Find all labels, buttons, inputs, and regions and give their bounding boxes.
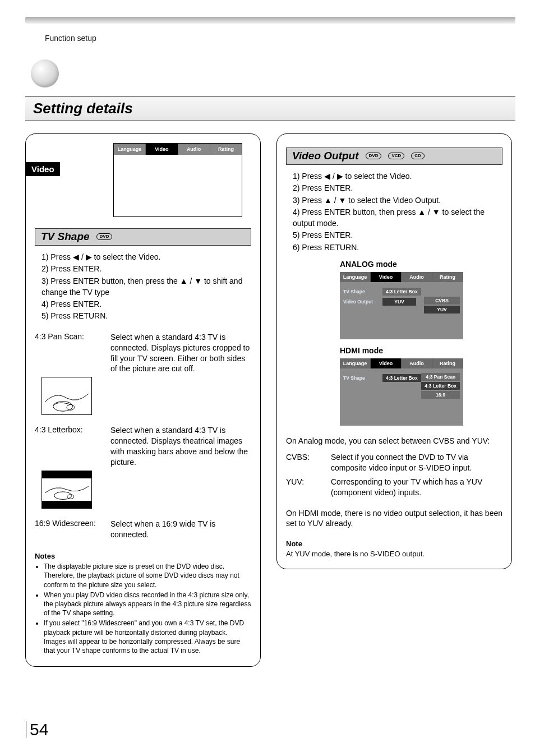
step: 2) Press ENTER.	[293, 182, 502, 193]
svg-point-2	[54, 492, 72, 500]
osd-tab: Video	[371, 272, 402, 282]
menu-value: 4:3 Letter Box	[382, 288, 421, 296]
option-row: 4:3 Letterbox: Select when a standard 4:…	[35, 425, 251, 468]
menu-value: YUV	[382, 298, 416, 306]
menu-value: 4:3 Letter Box	[382, 374, 421, 382]
note-item: The displayable picture size is preset o…	[44, 562, 251, 589]
menu-label: TV Shape	[343, 375, 379, 381]
hdmi-body-text: On HDMI mode, there is no video output s…	[286, 508, 502, 529]
step: 4) Press ENTER button, then press ▲ / ▼ …	[293, 206, 502, 229]
def-value: Corresponding to your TV which has a YUV…	[331, 477, 502, 498]
note-item: When you play DVD video discs recorded i…	[44, 591, 251, 618]
osd-tab: Video	[371, 358, 402, 368]
cd-tag: CD	[411, 153, 425, 159]
analog-osd-menu: Language Video Audio Rating TV Shape 4:3…	[340, 272, 463, 339]
def-key: CVBS:	[286, 452, 331, 473]
section-heading: Video Output	[292, 150, 359, 162]
notes-block: Notes The displayable picture size is pr…	[35, 551, 251, 655]
output-definitions: CVBS:Select if you connect the DVD to TV…	[286, 452, 502, 498]
dropdown-item: YUV	[424, 306, 460, 314]
menu-label: TV Shape	[343, 289, 379, 294]
page-title: Setting details	[33, 100, 508, 117]
osd-tab: Language	[114, 144, 146, 155]
dvd-tag: DVD	[96, 233, 113, 240]
osd-tab: Rating	[432, 272, 463, 282]
dropdown-item: 4:3 Pan Scan	[421, 373, 460, 381]
title-bar: Setting details	[25, 96, 515, 121]
analog-mode-label: ANALOG mode	[340, 260, 502, 269]
section-heading: TV Shape	[41, 231, 90, 243]
option-desc: Select when a standard 4:3 TV is connect…	[110, 332, 251, 375]
video-output-header: Video Output DVD VCD CD	[286, 147, 502, 165]
step: 1) Press ◀ / ▶ to select the Video.	[41, 251, 251, 262]
hdmi-mode-label: HDMI mode	[340, 346, 502, 355]
tv-shape-steps: 1) Press ◀ / ▶ to select the Video. 2) P…	[41, 251, 251, 322]
step: 2) Press ENTER.	[41, 263, 251, 274]
osd-tab: Rating	[432, 358, 463, 368]
osd-preview-empty: Language Video Audio Rating	[113, 143, 242, 217]
option-desc: Select when a standard 4:3 TV is connect…	[110, 425, 251, 468]
osd-tab: Language	[340, 358, 371, 368]
tv-shape-header: TV Shape DVD	[35, 228, 251, 246]
option-label: 16:9 Widescreen:	[35, 519, 105, 540]
note-item: If you select "16:9 Widescreen" and you …	[44, 619, 251, 655]
analog-body-text: On Analog mode, you can select between C…	[286, 436, 502, 446]
step: 4) Press ENTER.	[41, 298, 251, 310]
def-key: YUV:	[286, 477, 331, 498]
right-panel: Video Output DVD VCD CD 1) Press ◀ / ▶ t…	[276, 133, 512, 569]
note-body: At YUV mode, there is no S-VIDEO output.	[286, 550, 425, 558]
option-row: 4:3 Pan Scan: Select when a standard 4:3…	[35, 332, 251, 375]
step: 5) Press ENTER.	[293, 229, 502, 241]
note-heading: Note	[286, 539, 502, 549]
option-desc: Select when a 16:9 wide TV is connected.	[110, 519, 251, 540]
dropdown-item: CVBS	[424, 297, 460, 305]
osd-tab: Audio	[402, 358, 432, 368]
tv-letterbox-illustration	[41, 471, 92, 509]
notes-heading: Notes	[35, 551, 251, 561]
step: 6) Press RETURN.	[293, 242, 502, 253]
note-block: Note At YUV mode, there is no S-VIDEO ou…	[286, 539, 502, 559]
option-label: 4:3 Pan Scan:	[35, 332, 105, 375]
step: 5) Press RETURN.	[41, 310, 251, 321]
osd-tab: Language	[340, 272, 371, 282]
dropdown-item: 4:3 Letter Box	[421, 382, 460, 390]
video-tab-label: Video	[26, 162, 60, 176]
svg-point-3	[67, 495, 74, 499]
tv-panscan-illustration	[41, 377, 92, 415]
def-value: Select if you connect the DVD to TV via …	[331, 452, 502, 473]
bullet-icon	[31, 59, 59, 87]
dvd-tag: DVD	[366, 153, 382, 159]
hdmi-osd-menu: Language Video Audio Rating TV Shape 4:3…	[340, 358, 463, 426]
option-label: 4:3 Letterbox:	[35, 425, 105, 468]
vcd-tag: VCD	[388, 153, 404, 159]
osd-tab: Audio	[402, 272, 432, 282]
option-row: 16:9 Widescreen: Select when a 16:9 wide…	[35, 519, 251, 540]
breadcrumb: Function setup	[45, 34, 515, 43]
step: 3) Press ENTER button, then press the ▲ …	[41, 275, 251, 298]
page-number: 54	[26, 721, 48, 738]
osd-tab: Rating	[210, 144, 242, 155]
osd-tab: Audio	[178, 144, 210, 155]
page-top-gradient	[25, 17, 515, 24]
left-panel: Video Language Video Audio Rating TV Sha…	[25, 133, 261, 667]
step: 3) Press ▲ / ▼ to select the Video Outpu…	[293, 195, 502, 206]
video-output-steps: 1) Press ◀ / ▶ to select the Video. 2) P…	[293, 170, 502, 253]
step: 1) Press ◀ / ▶ to select the Video.	[293, 170, 502, 182]
osd-tab: Video	[146, 144, 178, 155]
menu-label: Video Output	[343, 299, 379, 305]
dropdown-item: 16:9	[421, 391, 460, 399]
